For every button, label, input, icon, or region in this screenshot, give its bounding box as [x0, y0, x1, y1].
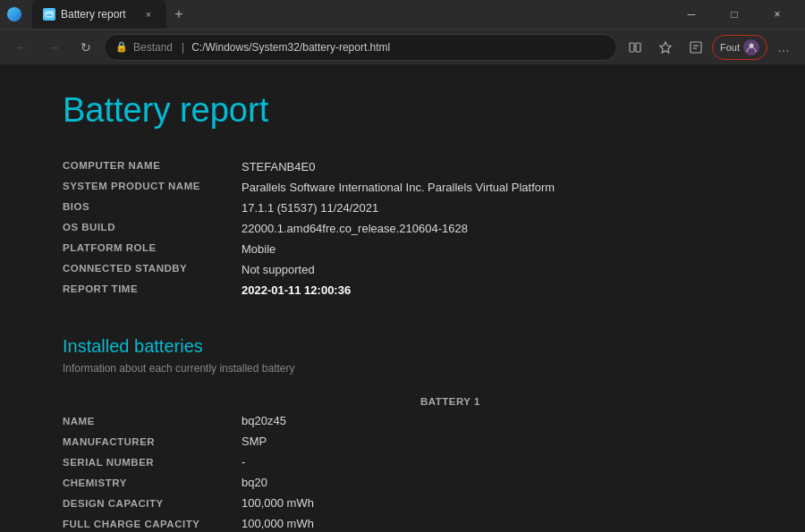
tab-close-button[interactable]: × — [141, 7, 156, 21]
refresh-button[interactable]: ↻ — [72, 33, 100, 62]
battery-table: BATTERY 1 NAMEbq20z45MANUFACTURERSMPSERI… — [63, 393, 742, 532]
battery-row: MANUFACTURERSMP — [63, 431, 742, 452]
info-label: OS BUILD — [63, 218, 242, 239]
minimize-button[interactable]: ─ — [671, 0, 712, 29]
info-value: 17.1.1 (51537) 11/24/2021 — [242, 198, 742, 218]
info-value: Mobile — [242, 239, 742, 259]
tab-favicon — [43, 8, 55, 21]
back-button[interactable]: ← — [7, 33, 36, 62]
address-bar[interactable]: 🔒 Bestand | C:/Windows/System32/battery-… — [104, 34, 617, 61]
battery-value: 100,000 mWh — [242, 493, 742, 513]
battery-row: DESIGN CAPACITY100,000 mWh — [63, 493, 742, 513]
installed-batteries-subtitle: Information about each currently install… — [63, 362, 742, 375]
battery-value: - — [242, 452, 742, 472]
info-row: CONNECTED STANDBYNot supported — [63, 259, 742, 280]
reader-mode-button[interactable] — [621, 33, 649, 62]
profile-avatar — [743, 39, 759, 55]
info-row: REPORT TIME2022-01-11 12:00:36 — [63, 280, 742, 300]
battery-row: CHEMISTRYbq20 — [63, 472, 742, 493]
browser-icon — [7, 7, 21, 21]
maximize-button[interactable]: □ — [714, 0, 755, 29]
battery-value: bq20 — [242, 472, 742, 493]
battery-value: bq20z45 — [242, 410, 742, 431]
report-body: Battery report COMPUTER NAMESTEFANB4E0SY… — [18, 64, 787, 532]
info-label: COMPUTER NAME — [63, 156, 242, 177]
profile-button[interactable]: Fout — [712, 35, 767, 60]
battery-label: FULL CHARGE CAPACITY — [63, 513, 242, 532]
close-button[interactable]: × — [757, 0, 798, 29]
favorites-button[interactable] — [651, 33, 680, 62]
battery-col-empty — [63, 393, 242, 410]
battery-label: SERIAL NUMBER — [63, 452, 242, 472]
report-title: Battery report — [63, 91, 742, 130]
active-tab[interactable]: Battery report × — [32, 0, 166, 29]
info-row: PLATFORM ROLEMobile — [63, 239, 742, 259]
more-button[interactable]: … — [769, 33, 798, 62]
info-value: 2022-01-11 12:00:36 — [242, 280, 742, 300]
info-label: CONNECTED STANDBY — [63, 259, 242, 280]
battery-value: 100,000 mWh — [242, 513, 742, 532]
battery-value: SMP — [242, 431, 742, 452]
profile-label: Fout — [720, 42, 740, 53]
svg-rect-3 — [636, 43, 640, 52]
url-prefix: Bestand — [133, 41, 173, 54]
info-row: SYSTEM PRODUCT NAMEParallels Software In… — [63, 177, 742, 198]
svg-marker-4 — [660, 42, 671, 53]
info-value: STEFANB4E0 — [242, 156, 742, 177]
info-label: REPORT TIME — [63, 280, 242, 300]
battery-label: NAME — [63, 410, 242, 431]
separator: | — [182, 41, 184, 54]
battery-label: CHEMISTRY — [63, 472, 242, 493]
svg-rect-0 — [46, 12, 53, 17]
title-bar: Battery report × + ─ □ × — [0, 0, 805, 29]
system-info-table: COMPUTER NAMESTEFANB4E0SYSTEM PRODUCT NA… — [63, 156, 742, 300]
title-bar-left: Battery report × + — [7, 0, 191, 29]
battery-label: MANUFACTURER — [63, 431, 242, 452]
svg-rect-2 — [630, 43, 634, 52]
info-value: 22000.1.amd64fre.co_release.210604-1628 — [242, 218, 742, 239]
new-tab-button[interactable]: + — [166, 2, 191, 27]
svg-rect-5 — [691, 42, 701, 53]
info-row: COMPUTER NAMESTEFANB4E0 — [63, 156, 742, 177]
forward-button[interactable]: → — [39, 33, 68, 62]
installed-batteries-title: Installed batteries — [63, 336, 742, 357]
battery-row: FULL CHARGE CAPACITY100,000 mWh — [63, 513, 742, 532]
battery-label: DESIGN CAPACITY — [63, 493, 242, 513]
battery-row: NAMEbq20z45 — [63, 410, 742, 431]
info-label: SYSTEM PRODUCT NAME — [63, 177, 242, 198]
url-text: C:/Windows/System32/battery-report.html — [191, 41, 606, 54]
nav-bar: ← → ↻ 🔒 Bestand | C:/Windows/System32/ba… — [0, 29, 805, 64]
info-label: PLATFORM ROLE — [63, 239, 242, 259]
info-label: BIOS — [63, 198, 242, 218]
info-row: OS BUILD22000.1.amd64fre.co_release.2106… — [63, 218, 742, 239]
collections-button[interactable] — [682, 33, 710, 62]
window-controls: ─ □ × — [671, 0, 798, 29]
info-value: Parallels Software International Inc. Pa… — [242, 177, 742, 198]
tab-group: Battery report × + — [32, 0, 191, 29]
nav-right-actions: Fout … — [621, 33, 798, 62]
info-row: BIOS17.1.1 (51537) 11/24/2021 — [63, 198, 742, 218]
lock-icon: 🔒 — [115, 41, 128, 53]
tab-title: Battery report — [61, 8, 126, 21]
battery-col-header: BATTERY 1 — [242, 393, 742, 410]
battery-row: SERIAL NUMBER- — [63, 452, 742, 472]
info-value: Not supported — [242, 259, 742, 280]
content-area[interactable]: Battery report COMPUTER NAMESTEFANB4E0SY… — [0, 64, 805, 532]
